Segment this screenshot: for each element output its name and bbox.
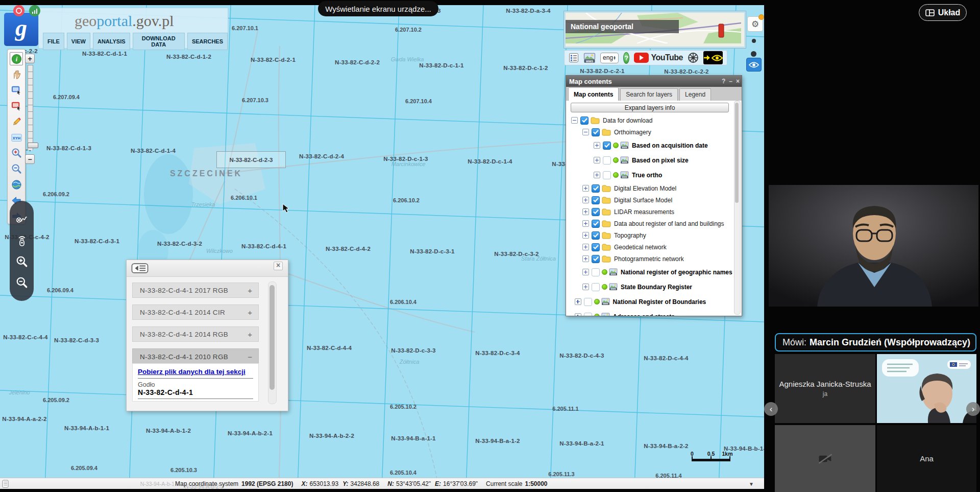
expand-icon[interactable] <box>594 142 600 149</box>
collapse-item-icon[interactable]: − <box>248 353 252 361</box>
layer-row[interactable]: Topography <box>566 229 734 241</box>
participant-tile-ana[interactable]: Ana <box>877 425 976 492</box>
visibility-eye-button[interactable] <box>746 58 762 72</box>
zoom-out-tool[interactable] <box>10 163 22 175</box>
globe-full-extent-tool[interactable] <box>10 178 22 191</box>
layer-checkbox[interactable] <box>592 283 600 291</box>
zoom-slider-thumb[interactable] <box>28 143 38 148</box>
layer-row[interactable]: WMSBased on pixel size <box>566 153 734 168</box>
geoportal-app-logo[interactable]: g <box>4 13 38 46</box>
menu-download-data[interactable]: DOWNLOAD DATA <box>133 33 185 50</box>
layer-row[interactable]: WMSState Boundary Register <box>566 279 734 294</box>
layer-checkbox[interactable] <box>592 196 600 204</box>
youtube-button[interactable]: YouTube <box>634 53 683 63</box>
layer-label[interactable]: Data for download <box>603 117 652 124</box>
layer-label[interactable]: State Boundary Register <box>621 284 692 291</box>
layer-label[interactable]: Digital Surface Model <box>614 197 672 204</box>
layer-row[interactable]: Data for download <box>566 114 734 126</box>
layer-checkbox[interactable] <box>592 208 600 216</box>
zoom-plus-button[interactable]: + <box>25 54 35 63</box>
layer-label[interactable]: Based on acquisition date <box>632 142 708 149</box>
select-area-red-tool[interactable] <box>10 100 22 112</box>
zoom-slider-track[interactable] <box>28 65 33 150</box>
collapsed-widget-dot[interactable] <box>752 39 756 43</box>
expand-icon[interactable] <box>582 220 589 227</box>
collapsed-widget-dot2[interactable] <box>751 51 756 57</box>
section-item[interactable]: N-33-82-C-d-4-1 2010 RGB− <box>132 348 259 365</box>
popup-close-button[interactable]: × <box>274 262 283 270</box>
expand-icon[interactable] <box>594 157 600 163</box>
zoom-minus-button[interactable]: − <box>25 154 35 164</box>
zoom-in-tool[interactable] <box>10 147 22 159</box>
panel-close-button[interactable]: × <box>736 78 740 85</box>
expand-item-icon[interactable]: + <box>248 330 252 339</box>
layer-checkbox[interactable] <box>580 116 589 125</box>
popup-scrollbar-thumb[interactable] <box>270 285 275 390</box>
menu-file[interactable]: FILE <box>43 33 64 50</box>
layer-row[interactable]: Photogrammetric network <box>566 253 734 265</box>
layer-row[interactable]: Data about register of land and building… <box>566 218 734 229</box>
layer-checkbox[interactable] <box>592 128 600 136</box>
menu-view[interactable]: VIEW <box>67 33 90 50</box>
tab-map-contents[interactable]: Map contents <box>568 87 619 101</box>
expand-icon[interactable] <box>582 284 589 290</box>
popup-scrollbar[interactable] <box>268 282 277 404</box>
expand-icon[interactable] <box>594 172 600 178</box>
layer-row[interactable]: LIDAR measurements <box>566 206 734 218</box>
layer-row[interactable]: WMSTrue ortho <box>566 168 734 182</box>
carousel-prev-button[interactable]: ‹ <box>764 402 778 416</box>
pan-hand-tool[interactable] <box>10 68 22 81</box>
section-item[interactable]: N-33-82-C-d-4-1 2014 RGB+ <box>132 326 259 342</box>
layer-checkbox[interactable] <box>592 268 600 276</box>
layer-checkbox[interactable] <box>584 313 592 316</box>
layer-row[interactable]: WMSNational Register of Boundaries <box>566 294 734 309</box>
layer-row[interactable]: Digital Surface Model <box>566 194 734 206</box>
wheel-icon[interactable] <box>688 52 699 63</box>
layer-label[interactable]: Based on pixel size <box>632 157 689 164</box>
layer-label[interactable]: Orthoimagery <box>614 129 651 136</box>
layer-checkbox[interactable] <box>592 243 600 251</box>
expand-icon[interactable] <box>582 208 589 215</box>
scribble-annotate-button[interactable] <box>14 212 30 227</box>
layer-checkbox[interactable] <box>592 220 600 228</box>
layer-label[interactable]: National register of geographic names <box>621 269 732 276</box>
layer-checkbox[interactable] <box>592 255 600 263</box>
layer-row[interactable]: WMSAdresses and streets <box>566 309 734 316</box>
remote-pointer-button[interactable] <box>14 232 30 248</box>
expand-icon[interactable] <box>575 298 581 305</box>
layout-button[interactable]: Układ <box>919 4 967 21</box>
zoom-out-white-button[interactable] <box>14 275 30 290</box>
measure-pencil-tool[interactable] <box>10 115 22 128</box>
layer-row[interactable]: WMSNational register of geographic names <box>566 265 734 279</box>
panel-help-button[interactable]: ? <box>722 78 725 85</box>
layer-checkbox[interactable] <box>592 231 600 240</box>
layer-label[interactable]: LIDAR measurements <box>614 208 674 216</box>
collapse-icon[interactable] <box>571 117 578 124</box>
expand-icon[interactable] <box>582 255 589 262</box>
layer-label[interactable]: Geodetical network <box>614 244 667 251</box>
expand-icon[interactable] <box>582 232 589 239</box>
zoom-in-white-button[interactable] <box>14 254 30 269</box>
layer-label[interactable]: Adresses and streets <box>613 313 675 316</box>
select-area-blue-tool[interactable] <box>10 84 22 97</box>
layer-checkbox[interactable] <box>592 184 600 193</box>
selected-sheet-box[interactable]: N-33-82-C-d-2-3 <box>216 151 286 168</box>
expand-icon[interactable] <box>582 197 589 203</box>
statusbar-doc-icon[interactable] <box>2 480 10 488</box>
panel-minimize-button[interactable]: – <box>729 78 732 85</box>
tab-legend[interactable]: Legend <box>679 88 711 101</box>
layer-label[interactable]: Topography <box>614 232 646 239</box>
participant-tile-agnieszka[interactable]: Agnieszka Janicka-Struska ja <box>775 354 875 423</box>
help-button[interactable]: ? <box>623 52 629 64</box>
camera-off-tile[interactable] <box>775 425 875 492</box>
carousel-next-button[interactable]: › <box>966 402 980 416</box>
layer-label[interactable]: Photogrammetric network <box>614 255 684 263</box>
layer-checkbox[interactable] <box>603 171 611 179</box>
panel-scrollbar-thumb[interactable] <box>735 103 739 203</box>
download-file-link[interactable]: Pobierz plik danych dla tej sekcji <box>138 368 246 376</box>
wms-service-icon[interactable]: WMS <box>583 53 596 63</box>
layer-row[interactable]: Geodetical network <box>566 241 734 253</box>
layer-checkbox[interactable] <box>603 156 611 165</box>
high-contrast-toggle[interactable] <box>703 51 723 64</box>
language-select[interactable]: eng ▲▼ <box>600 53 619 63</box>
